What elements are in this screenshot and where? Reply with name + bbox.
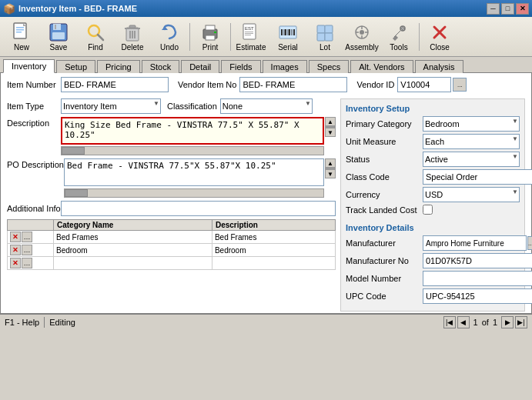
description-textarea[interactable]: King Size Bed Frame - VINSTRA 77.5" X 55… <box>61 117 324 145</box>
primary-category-select[interactable]: Bedroom <box>423 116 520 132</box>
right-panel: Inventory Setup Primary Category Bedroom… <box>340 98 525 312</box>
find-button[interactable]: Find <box>77 19 114 55</box>
cat-edit-btn-2[interactable]: … <box>22 245 32 255</box>
track-landed-checkbox[interactable] <box>423 205 433 215</box>
status-label: Status <box>346 155 423 164</box>
serial-button[interactable]: Serial <box>269 19 306 55</box>
save-button[interactable]: Save <box>40 19 77 55</box>
tab-bar: Inventory Setup Pricing Stock Detail Fie… <box>0 57 532 73</box>
close-label: Close <box>430 43 450 52</box>
close-button[interactable]: Close <box>421 19 458 55</box>
classification-select[interactable]: None <box>220 98 313 114</box>
svg-line-10 <box>98 35 103 40</box>
window-title: Inventory Item - BED- FRAME <box>18 4 137 13</box>
class-code-input[interactable] <box>423 169 532 185</box>
svg-rect-19 <box>206 25 215 30</box>
desc-scroll-down[interactable]: ▼ <box>325 128 336 137</box>
lot-button[interactable]: Lot <box>306 19 343 55</box>
po-scroll-down[interactable]: ▼ <box>325 169 336 178</box>
find-label: Find <box>88 43 102 52</box>
svg-rect-3 <box>16 32 22 33</box>
tab-detail[interactable]: Detail <box>181 60 219 73</box>
additional-info-input[interactable] <box>61 201 336 216</box>
new-button[interactable]: New <box>3 19 40 55</box>
nav-prev-button[interactable]: ◀ <box>457 316 470 328</box>
tools-button[interactable]: Tools <box>380 19 417 55</box>
svg-rect-36 <box>325 25 333 33</box>
undo-button[interactable]: Undo <box>151 19 188 55</box>
estimate-icon: EST <box>240 22 262 43</box>
upc-code-label: UPC Code <box>346 292 423 301</box>
print-button[interactable]: Print <box>192 19 229 55</box>
desc-scroll-up[interactable]: ▲ <box>325 117 336 126</box>
tab-setup[interactable]: Setup <box>56 60 95 73</box>
print-icon <box>199 22 221 43</box>
svg-rect-38 <box>325 33 333 41</box>
vendor-item-no-label: Vendor Item No <box>178 80 236 89</box>
vendor-id-ellipsis-button[interactable]: ... <box>453 78 467 92</box>
manufacturer-no-input[interactable] <box>423 253 532 268</box>
nav-next-button[interactable]: ▶ <box>501 316 514 328</box>
tab-fields[interactable]: Fields <box>221 60 260 73</box>
cat-col-name: Category Name <box>54 220 212 231</box>
tab-pricing[interactable]: Pricing <box>97 60 140 73</box>
tab-analysis[interactable]: Analysis <box>415 60 463 73</box>
tab-alt-vendors[interactable]: Alt. Vendors <box>350 60 413 73</box>
status-select[interactable]: Active <box>423 152 520 167</box>
tab-stock[interactable]: Stock <box>142 60 180 73</box>
currency-select[interactable]: USD <box>423 187 520 202</box>
cat-desc-2: Bedroom <box>212 244 335 257</box>
primary-category-label: Primary Category <box>346 119 423 128</box>
unit-measure-select[interactable]: Each <box>423 134 520 149</box>
svg-rect-24 <box>245 32 253 32</box>
table-row: ✕ … Bedroom Bedroom <box>8 244 336 257</box>
cat-delete-btn-1[interactable]: ✕ <box>10 232 21 242</box>
delete-button[interactable]: Delete <box>114 19 151 55</box>
svg-rect-37 <box>317 33 325 41</box>
manufacturer-ellipsis[interactable]: ... <box>527 236 532 250</box>
cat-edit-btn-1[interactable]: … <box>22 232 32 242</box>
new-label: New <box>14 43 29 52</box>
po-description-textarea[interactable]: Bed Frame - VINSTRA 77.5"X 55.87"X 10.25… <box>64 158 324 186</box>
tab-specs[interactable]: Specs <box>309 60 350 73</box>
vendor-id-input[interactable] <box>397 77 451 92</box>
page-total: 1 <box>493 318 497 327</box>
description-hscroll[interactable] <box>61 146 324 155</box>
item-number-input[interactable] <box>61 77 169 92</box>
close-window-button[interactable]: ✕ <box>516 3 529 15</box>
status-sep <box>44 317 45 328</box>
maximize-button[interactable]: □ <box>501 3 514 15</box>
po-scroll-up[interactable]: ▲ <box>325 158 336 168</box>
svg-rect-6 <box>53 24 61 30</box>
page-current: 1 <box>473 318 478 327</box>
tab-images[interactable]: Images <box>263 60 307 73</box>
model-number-input[interactable] <box>423 271 532 286</box>
cat-delete-btn-3[interactable]: ✕ <box>10 258 21 268</box>
print-label: Print <box>202 43 219 52</box>
nav-first-button[interactable]: |◀ <box>443 316 456 328</box>
undo-icon <box>159 22 180 43</box>
toolbar-sep-1 <box>189 23 190 51</box>
cat-edit-btn-3[interactable]: … <box>22 258 32 268</box>
classification-label: Classification <box>167 102 217 111</box>
item-type-select[interactable]: Inventory Item <box>61 98 161 114</box>
svg-rect-2 <box>16 29 24 31</box>
cat-name-1: Bed Frames <box>54 231 212 244</box>
estimate-button[interactable]: EST Estimate <box>233 19 269 55</box>
po-description-hscroll[interactable] <box>64 188 324 198</box>
inventory-details-title: Inventory Details <box>346 223 520 232</box>
svg-marker-17 <box>162 26 168 30</box>
table-row: ✕ … <box>8 257 336 270</box>
assembly-icon <box>351 22 373 43</box>
tab-inventory[interactable]: Inventory <box>3 59 55 73</box>
svg-rect-21 <box>214 32 216 33</box>
upc-code-input[interactable] <box>423 288 532 304</box>
manufacturer-label: Manufacturer <box>346 238 423 248</box>
estimate-label: Estimate <box>236 43 266 52</box>
minimize-button[interactable]: ─ <box>487 3 500 15</box>
assembly-button[interactable]: Assembly <box>343 19 380 55</box>
manufacturer-input[interactable] <box>423 235 527 251</box>
cat-delete-btn-2[interactable]: ✕ <box>10 245 21 255</box>
vendor-item-no-input[interactable] <box>239 77 347 92</box>
nav-last-button[interactable]: ▶| <box>515 316 527 328</box>
